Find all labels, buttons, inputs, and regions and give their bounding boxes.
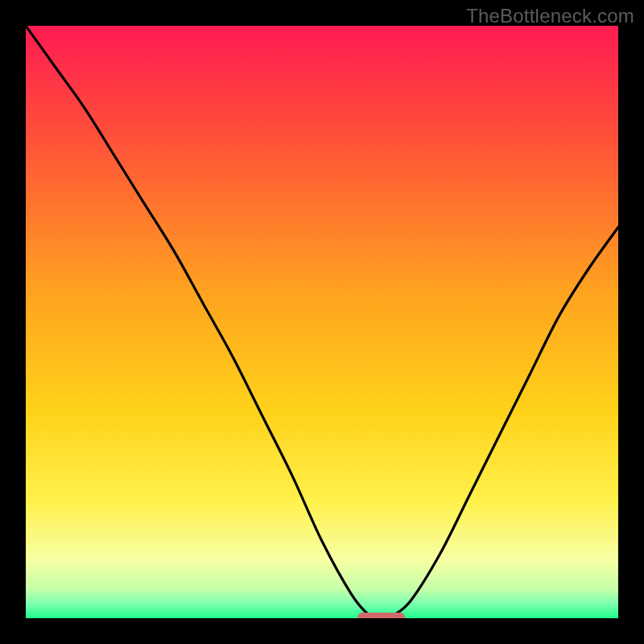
chart-frame: TheBottleneck.com [0,0,644,644]
gradient-background [26,26,618,618]
watermark-text: TheBottleneck.com [466,5,634,27]
bottleneck-chart [0,0,644,644]
optimal-marker [357,613,405,622]
